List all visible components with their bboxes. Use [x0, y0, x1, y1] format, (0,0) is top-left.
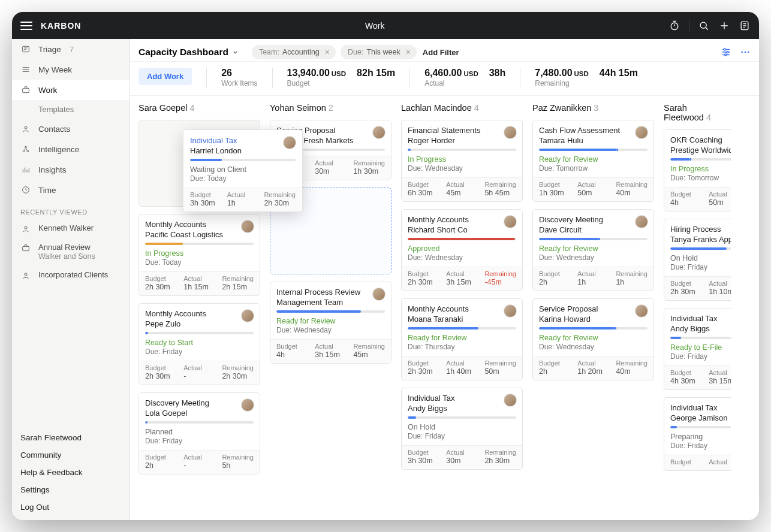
- plus-icon[interactable]: [718, 20, 730, 32]
- dashboard-selector[interactable]: Capacity Dashboard: [138, 47, 239, 58]
- svg-point-16: [741, 52, 743, 53]
- work-card[interactable]: Internal Process ReviewManagement TeamRe…: [270, 282, 391, 364]
- search-icon[interactable]: [698, 20, 710, 32]
- recent-item[interactable]: Annual ReviewWalker and Sons: [12, 238, 129, 266]
- work-card[interactable]: Monthly AccountsMoana TaranakiReady for …: [401, 298, 523, 380]
- contacts-icon: [20, 270, 31, 281]
- work-card[interactable]: OKR CoachingPrestige WorldwideIn Progres…: [664, 129, 731, 211]
- svg-point-7: [27, 150, 29, 152]
- nav-templates[interactable]: Templates: [12, 100, 129, 119]
- column-header: Yohan Seimon2: [270, 102, 391, 113]
- nav-my-week[interactable]: My Week: [12, 59, 129, 80]
- work-card[interactable]: Individual TaxGeorge JamisonPreparingDue…: [664, 397, 731, 471]
- svg-point-12: [25, 273, 27, 276]
- settings-icon[interactable]: [721, 47, 731, 58]
- recently-viewed-label: RECENTLY VIEWED: [12, 200, 129, 219]
- footer-community[interactable]: Community: [20, 451, 121, 460]
- triage-icon: [20, 44, 31, 55]
- intelligence-icon: [20, 144, 31, 155]
- progress-bar: [408, 149, 516, 151]
- column-header: Paz Zwanikken3: [532, 102, 654, 113]
- dashboard-title: Capacity Dashboard: [138, 47, 228, 58]
- progress-bar: [670, 247, 731, 250]
- add-work-button[interactable]: Add Work: [138, 68, 192, 85]
- work-card[interactable]: Monthly AccountsPacific Coast LogisticsI…: [138, 214, 260, 296]
- avatar: [283, 136, 296, 149]
- progress-bar: [145, 243, 254, 245]
- progress-bar: [670, 158, 731, 161]
- work-card[interactable]: Individual TaxAndy BiggsReady to E-FileD…: [664, 308, 731, 390]
- work-card[interactable]: Discovery MeetingDave CircuitReady for R…: [532, 209, 654, 291]
- dragging-card[interactable]: Individual Tax Harriet London Waiting on…: [183, 129, 303, 212]
- filter-chip[interactable]: Team:Accounting×: [252, 45, 336, 59]
- panel-icon[interactable]: [739, 20, 751, 32]
- footer-log-out[interactable]: Log Out: [20, 503, 121, 512]
- nav-contacts[interactable]: Contacts: [12, 119, 129, 139]
- timer-icon[interactable]: [668, 20, 680, 32]
- close-icon[interactable]: ×: [325, 47, 330, 57]
- work-card[interactable]: Hiring ProcessTanya Franks ApparelOn Hol…: [664, 219, 731, 301]
- footer-help-feedback[interactable]: Help & Feedback: [20, 468, 121, 477]
- progress-bar: [539, 238, 647, 240]
- work-card[interactable]: Individual TaxAndy BiggsOn HoldDue: Frid…: [401, 388, 523, 470]
- avatar: [241, 220, 254, 233]
- progress-bar: [539, 149, 647, 151]
- insights-icon: [20, 164, 31, 175]
- svg-rect-4: [23, 88, 29, 92]
- myweek-icon: [20, 64, 31, 75]
- avatar: [635, 126, 648, 139]
- nav-insights[interactable]: Insights: [12, 159, 129, 180]
- contacts-icon: [20, 223, 31, 234]
- work-card[interactable]: Discovery MeetingLola GoepelPlannedDue: …: [138, 392, 260, 474]
- progress-bar: [408, 238, 516, 240]
- summary-bar: Add Work 26 Work Items 13,940.00USDBudge…: [130, 62, 759, 96]
- work-card[interactable]: Monthly AccountsRichard Short CoApproved…: [401, 209, 523, 291]
- avatar: [504, 215, 517, 228]
- main-header: Capacity Dashboard Team:Accounting×Due:T…: [130, 39, 759, 62]
- svg-rect-3: [23, 46, 29, 52]
- sidebar: Triage7My WeekWorkTemplatesContactsIntel…: [12, 39, 130, 520]
- column: Paz Zwanikken3Cash Flow AssessmentTamara…: [532, 102, 654, 514]
- column: Sarah Fleetwood4OKR CoachingPrestige Wor…: [664, 102, 731, 514]
- svg-point-1: [700, 22, 706, 28]
- page-title: Work: [81, 21, 668, 31]
- filter-chip[interactable]: Due:This week×: [341, 45, 417, 59]
- avatar: [635, 304, 648, 318]
- svg-point-6: [23, 150, 25, 152]
- stat-actual: 6,460.00USDActual: [424, 68, 478, 87]
- nav-work[interactable]: Work: [12, 80, 129, 100]
- svg-point-14: [727, 52, 728, 53]
- column-header: Sara Goepel4: [138, 102, 260, 113]
- menu-icon[interactable]: [20, 22, 32, 30]
- footer-settings[interactable]: Settings: [20, 485, 121, 494]
- time-icon: [20, 185, 31, 195]
- work-card[interactable]: Service ProposalKarina HowardReady for R…: [532, 298, 654, 380]
- svg-point-5: [25, 126, 27, 129]
- work-card[interactable]: Financial StatementsRoger HorderIn Progr…: [401, 120, 523, 202]
- progress-bar: [539, 327, 647, 330]
- work-card[interactable]: Monthly AccountsPepe ZuloReady to StartD…: [138, 303, 260, 385]
- avatar: [635, 215, 648, 228]
- board: Individual Tax Harriet London Waiting on…: [130, 96, 759, 520]
- recent-item[interactable]: Incorporated Clients: [12, 266, 129, 285]
- main: Capacity Dashboard Team:Accounting×Due:T…: [130, 39, 759, 520]
- stat-remaining: 7,480.00USDRemaining: [535, 68, 589, 87]
- progress-bar: [145, 421, 254, 424]
- work-card[interactable]: Cash Flow AssessmentTamara HuluReady for…: [532, 120, 654, 202]
- footer-sarah-fleetwood[interactable]: Sarah Fleetwood: [20, 433, 121, 442]
- svg-point-18: [748, 52, 749, 53]
- nav-time[interactable]: Time: [12, 180, 129, 200]
- add-filter-button[interactable]: Add Filter: [423, 48, 459, 57]
- progress-bar: [276, 310, 385, 313]
- svg-point-13: [724, 49, 725, 50]
- svg-point-15: [725, 54, 727, 56]
- recent-item[interactable]: Kenneth Walker: [12, 219, 129, 238]
- nav-intelligence[interactable]: Intelligence: [12, 139, 129, 159]
- progress-bar: [145, 332, 254, 334]
- nav-triage[interactable]: Triage7: [12, 39, 129, 59]
- avatar: [372, 126, 386, 139]
- avatar: [504, 394, 517, 407]
- close-icon[interactable]: ×: [406, 47, 411, 57]
- column-header: Sarah Fleetwood4: [664, 102, 731, 122]
- more-icon[interactable]: [740, 47, 751, 58]
